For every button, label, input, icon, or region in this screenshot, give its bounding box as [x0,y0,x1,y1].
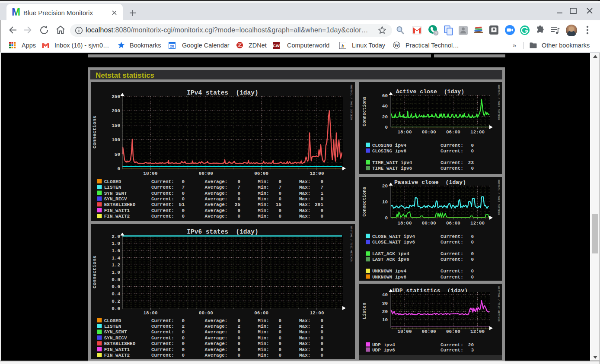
svg-text:Min:: Min: [258,196,269,202]
svg-text:Min:: Min: [258,191,269,196]
svg-text:Connections: Connections [92,116,97,149]
svg-text:50: 50 [115,152,120,157]
svg-text:Min:: Min: [258,179,269,184]
svg-text:RRDTOOL / TOBI OETIKER: RRDTOOL / TOBI OETIKER [497,180,500,215]
svg-text:0: 0 [320,347,323,352]
svg-text:06:00: 06:00 [446,130,460,135]
svg-text:Current:: Current: [151,196,174,202]
svg-text:Max:: Max: [299,191,310,196]
svg-text:Current:: Current: [151,185,174,190]
svg-text:0: 0 [237,179,240,184]
svg-text:IPv6 states (1day): IPv6 states (1day) [187,228,258,235]
svg-text:Current:: Current: [151,214,174,219]
svg-text:Current:: Current: [440,149,463,154]
svg-text:UDP ipv6: UDP ipv6 [372,348,395,353]
svg-text:0: 0 [182,179,185,184]
svg-text:6: 6 [471,234,474,239]
svg-text:Active close (1day): Active close (1day) [396,89,464,95]
svg-text:IPv4 states (1day): IPv4 states (1day) [187,89,258,96]
svg-text:SYN_RECV: SYN_RECV [104,196,127,202]
svg-text:CLOSING ipv4: CLOSING ipv4 [372,143,407,148]
svg-text:10: 10 [382,317,388,323]
svg-text:Connections: Connections [362,187,367,216]
svg-text:1.2: 1.2 [112,263,120,268]
svg-text:0: 0 [182,336,185,341]
svg-text:30: 30 [382,301,388,306]
svg-text:0: 0 [182,341,185,346]
svg-text:1.6: 1.6 [112,248,120,253]
svg-text:Current:: Current: [151,191,174,196]
svg-text:2: 2 [320,324,323,329]
svg-text:0: 0 [471,149,474,154]
svg-text:Average:: Average: [205,196,228,202]
svg-text:0: 0 [278,329,281,335]
svg-text:0: 0 [278,208,281,213]
svg-text:0: 0 [278,214,281,219]
svg-text:1.0: 1.0 [112,270,120,275]
svg-text:LISTEN: LISTEN [104,324,121,329]
svg-text:Current:: Current: [151,341,174,346]
svg-text:06:00: 06:00 [254,310,268,316]
svg-text:0: 0 [320,196,323,202]
svg-text:51: 51 [179,202,185,207]
svg-text:0: 0 [278,336,281,341]
svg-text:0: 0 [320,208,323,213]
svg-text:7: 7 [237,185,240,190]
svg-text:RRDTOOL / TOBI OETIKER: RRDTOOL / TOBI OETIKER [350,226,353,262]
svg-text:0: 0 [471,251,474,256]
svg-text:0: 0 [182,208,185,213]
svg-text:FIN_WAIT2: FIN_WAIT2 [104,353,130,358]
svg-text:0: 0 [237,353,240,358]
svg-text:0: 0 [237,347,240,352]
svg-text:Current:: Current: [440,166,463,171]
svg-text:00:00: 00:00 [199,171,213,176]
svg-text:Min:: Min: [258,341,269,346]
svg-text:0: 0 [237,318,240,323]
svg-text:lt: lt [341,43,345,48]
svg-text:SYN_SENT: SYN_SENT [104,191,127,196]
svg-text:10: 10 [382,199,388,205]
svg-text:0.2: 0.2 [112,299,120,304]
svg-text:20: 20 [382,184,388,189]
svg-text:Max:: Max: [299,208,310,213]
svg-text:12:00: 12:00 [310,171,324,176]
svg-text:18:00: 18:00 [143,310,157,316]
svg-text:2: 2 [278,324,281,329]
svg-text:Current:: Current: [151,336,174,341]
svg-text:Current:: Current: [440,234,463,239]
svg-text:Average:: Average: [205,202,228,207]
svg-text:UDP ipv4: UDP ipv4 [372,342,395,348]
svg-text:0: 0 [237,214,240,219]
svg-text:FIN_WAIT1: FIN_WAIT1 [104,347,130,352]
svg-text:Current:: Current: [151,329,174,335]
svg-text:Current:: Current: [440,342,463,348]
svg-text:0: 0 [182,191,185,196]
svg-text:Max:: Max: [299,347,310,352]
svg-text:SYN_RECV: SYN_RECV [104,336,127,341]
svg-text:Current:: Current: [151,179,174,184]
svg-text:Max:: Max: [299,179,310,184]
svg-text:1.4: 1.4 [112,256,120,261]
svg-text:200: 200 [112,108,120,114]
svg-text:20: 20 [382,114,388,120]
svg-text:12:00: 12:00 [470,130,485,135]
svg-text:Average:: Average: [205,336,228,341]
svg-text:00:00: 00:00 [422,130,436,135]
svg-text:7: 7 [320,185,323,190]
svg-text:Current:: Current: [440,160,463,165]
svg-text:2.0: 2.0 [112,234,120,239]
svg-text:CLOSING ipv6: CLOSING ipv6 [372,149,406,154]
svg-text:Max:: Max: [299,341,310,346]
svg-text:0: 0 [278,196,281,202]
svg-text:0: 0 [182,318,185,323]
svg-text:Current:: Current: [440,251,463,256]
svg-text:Netstat statistics: Netstat statistics [96,71,154,79]
svg-text:M: M [12,6,20,17]
svg-text:150: 150 [112,123,120,128]
svg-text:UNKNOWN ipv6: UNKNOWN ipv6 [372,275,406,280]
svg-text:23: 23 [468,160,474,165]
svg-text:Min:: Min: [258,208,269,213]
svg-text:0: 0 [320,179,323,184]
svg-text:12:00: 12:00 [310,310,324,316]
svg-text:RRDTOOL / TOBI OETIKER: RRDTOOL / TOBI OETIKER [497,286,500,322]
